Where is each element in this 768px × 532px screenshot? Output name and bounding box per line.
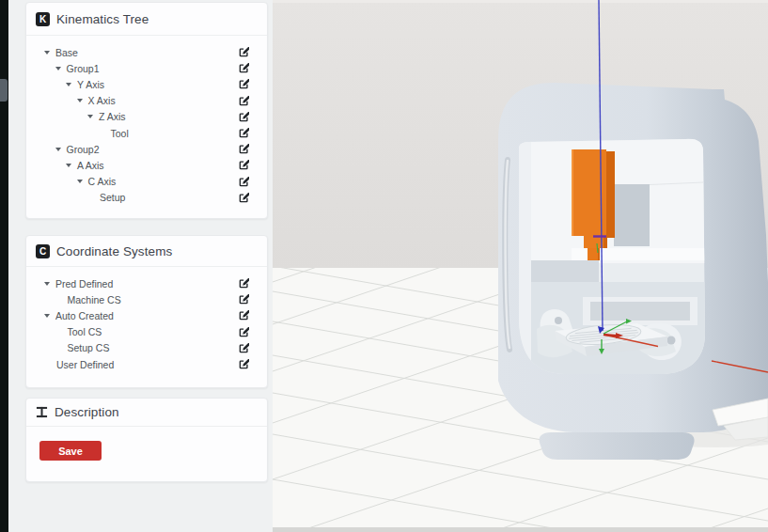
tree-indent (44, 117, 87, 117)
edit-button[interactable] (238, 144, 250, 154)
caret-down-icon[interactable] (77, 99, 83, 102)
tree-item-label: X Axis (88, 95, 116, 106)
wall-top-strip (273, 0, 768, 3)
tree-item[interactable]: Y Axis (44, 76, 250, 92)
coordinate-systems-panel: C Coordinate Systems Pred DefinedMachine… (25, 235, 268, 388)
edit-button[interactable] (238, 79, 250, 89)
caret-down-icon[interactable] (55, 148, 61, 151)
tree-item[interactable]: Tool (44, 125, 250, 141)
tree-item-label: User Defined (56, 359, 114, 370)
tree-item-label: Base (55, 47, 78, 58)
kinematics-badge-icon: K (36, 12, 50, 26)
tree-item-label: Auto Created (55, 310, 114, 321)
tree-item-label: Z Axis (99, 111, 126, 122)
tree-item[interactable]: A Axis (44, 157, 250, 173)
tree-item-label: Setup CS (68, 342, 110, 353)
caret-down-icon[interactable] (44, 51, 50, 55)
interior-gray-panel (614, 184, 650, 246)
interior-left-jamb (519, 140, 531, 366)
tree-item[interactable]: Z Axis (44, 109, 250, 125)
tree-item[interactable]: Auto Created (44, 307, 250, 323)
tree-indent (44, 197, 87, 198)
coordinate-panel-title: Coordinate Systems (56, 244, 172, 258)
tree-item[interactable]: X Axis (44, 93, 250, 109)
caret-down-icon[interactable] (87, 115, 93, 118)
edit-button[interactable] (238, 96, 250, 106)
coordinate-panel-header: C Coordinate Systems (26, 236, 267, 267)
tree-indent (44, 149, 55, 149)
coordinate-tree: Pred DefinedMachine CSAuto CreatedTool C… (26, 267, 267, 378)
save-button[interactable]: Save (39, 441, 102, 461)
tree-indent (44, 133, 99, 133)
tree-item-label: Tool (111, 128, 129, 139)
edit-button[interactable] (238, 310, 250, 321)
tree-item[interactable]: Setup (44, 190, 250, 206)
tree-item-label: Setup (100, 192, 125, 203)
rail-handle-button[interactable] (0, 79, 8, 102)
tree-indent (44, 84, 66, 85)
caret-down-icon[interactable] (55, 67, 61, 70)
edit-button[interactable] (238, 359, 250, 369)
tree-item-label: Pred Defined (55, 278, 113, 289)
tree-item[interactable]: Pred Defined (44, 275, 250, 291)
tree-item[interactable]: User Defined (44, 356, 250, 372)
edit-button[interactable] (238, 294, 250, 305)
tree-indent (44, 348, 55, 349)
tree-item[interactable]: Base (44, 44, 250, 60)
tree-item-label: Group2 (67, 144, 100, 155)
tree-item[interactable]: C Axis (44, 174, 250, 190)
caret-down-icon[interactable] (44, 282, 50, 286)
edit-button[interactable] (238, 128, 250, 138)
tree-item-label: C Axis (88, 176, 117, 187)
tree-item[interactable]: Group2 (44, 141, 250, 157)
tree-item-label: Machine CS (68, 294, 121, 305)
app-root: K Kinematics Tree BaseGroup1Y AxisX Axis… (0, 0, 768, 532)
edit-button[interactable] (238, 112, 250, 122)
caret-down-icon[interactable] (44, 314, 50, 318)
kinematics-tree-panel: K Kinematics Tree BaseGroup1Y AxisX Axis… (25, 2, 268, 219)
tree-item-label: A Axis (77, 160, 104, 171)
description-panel-title: Description (55, 405, 119, 419)
edit-button[interactable] (238, 193, 250, 203)
viewport-3d[interactable] (273, 0, 768, 532)
tree-item[interactable]: Group1 (44, 60, 250, 76)
caret-down-icon[interactable] (66, 83, 71, 86)
text-height-icon (36, 406, 48, 418)
edit-button[interactable] (238, 177, 250, 187)
tree-item[interactable]: Setup CS (44, 340, 250, 356)
tree-indent (44, 164, 66, 165)
viewport-bottom-strip (273, 527, 768, 532)
edit-button[interactable] (238, 278, 250, 289)
description-body: Save (26, 427, 267, 461)
sidebar: K Kinematics Tree BaseGroup1Y AxisX Axis… (8, 0, 273, 532)
kinematics-panel-title: Kinematics Tree (56, 12, 149, 26)
description-panel-header: Description (26, 399, 267, 427)
tree-item-label: Tool CS (68, 326, 102, 337)
description-panel: Description Save (25, 398, 268, 482)
kinematics-panel-header: K Kinematics Tree (26, 3, 267, 36)
machine-foot (540, 432, 695, 460)
edit-button[interactable] (238, 160, 250, 170)
tree-indent (44, 181, 77, 182)
edit-button[interactable] (238, 343, 250, 353)
edit-button[interactable] (238, 47, 250, 57)
tree-indent (44, 332, 55, 333)
tree-indent (44, 299, 55, 300)
coordinate-badge-icon: C (36, 244, 50, 258)
tree-item[interactable]: Tool CS (44, 324, 250, 340)
caret-down-icon[interactable] (77, 180, 83, 183)
edit-button[interactable] (238, 327, 250, 337)
tree-indent (44, 101, 77, 102)
trunnion-right-hole (667, 336, 676, 345)
tree-item[interactable]: Machine CS (44, 291, 250, 307)
left-rail (0, 0, 8, 532)
kinematics-tree: BaseGroup1Y AxisX AxisZ AxisToolGroup2A … (26, 36, 267, 211)
tree-item-label: Y Axis (77, 79, 104, 90)
back-frame-inner (590, 302, 690, 321)
edit-button[interactable] (238, 63, 250, 73)
tree-item-label: Group1 (67, 63, 100, 74)
tree-indent (44, 68, 55, 69)
caret-down-icon[interactable] (66, 164, 71, 167)
trunnion-left-hole (555, 317, 562, 324)
